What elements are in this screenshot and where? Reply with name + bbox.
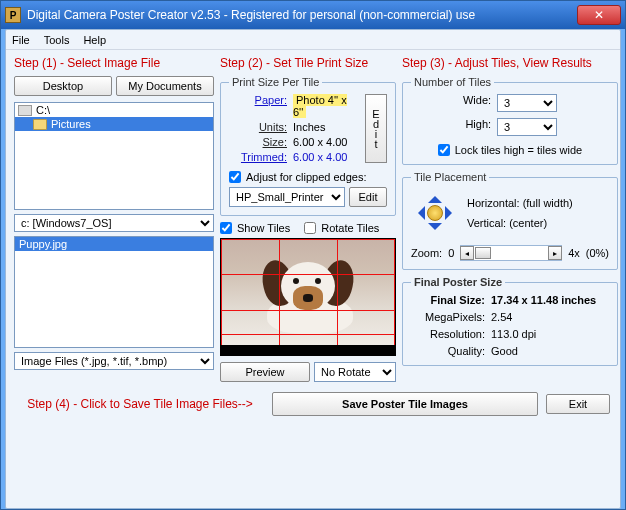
paper-value: Photo 4'' x 6'' [293,94,347,118]
vert-label: Vertical: [467,217,506,229]
trimmed-value: 6.00 x 4.00 [287,151,359,163]
step2-panel: Step (2) - Set Tile Print Size Print Siz… [220,56,396,382]
rotate-combo[interactable]: No Rotate [314,362,396,382]
mydocs-button[interactable]: My Documents [116,76,214,96]
final-size-label: Final Size: [411,294,491,306]
direction-pad [411,189,459,237]
units-label: Units: [229,121,287,133]
menu-file[interactable]: File [12,34,30,46]
resolution-value: 113.0 dpi [491,328,609,340]
drive-icon [18,105,32,116]
num-tiles-legend: Number of Tiles [411,76,494,88]
resolution-label: Resolution: [411,328,491,340]
zoom-right-arrow[interactable]: ▸ [548,246,562,260]
drive-combo[interactable]: c: [Windows7_OS] [14,214,214,232]
tiles-wide-combo[interactable]: 3 [497,94,557,112]
print-size-group: Print Size Per Tile Paper:Photo 4'' x 6'… [220,76,396,216]
show-tiles-checkbox[interactable] [220,222,232,234]
final-size-group: Final Poster Size Final Size:17.34 x 11.… [402,276,618,366]
titlebar: P Digital Camera Poster Creator v2.53 - … [1,1,625,29]
close-button[interactable]: ✕ [577,5,621,25]
lock-tiles-label: Lock tiles high = tiles wide [455,144,582,156]
zoom-min: 0 [448,247,454,259]
arrow-right-icon[interactable] [445,206,459,220]
paper-label[interactable]: Paper: [229,94,287,118]
image-preview [220,238,396,356]
zoom-left-arrow[interactable]: ◂ [460,246,474,260]
tile-grid-overlay [221,239,395,345]
horiz-value: (full width) [523,197,573,209]
menubar: File Tools Help [6,30,620,50]
exit-button[interactable]: Exit [546,394,610,414]
tile-placement-group: Tile Placement Horizontal: (full width) … [402,171,618,270]
megapixels-value: 2.54 [491,311,609,323]
folder-icon [33,119,47,130]
adjust-clipped-checkbox[interactable] [229,171,241,183]
desktop-button[interactable]: Desktop [14,76,112,96]
size-label: Size: [229,136,287,148]
file-item-selected[interactable]: Puppy.jpg [15,237,213,251]
menu-tools[interactable]: Tools [44,34,70,46]
tree-folder-pictures[interactable]: Pictures [51,118,91,130]
print-size-legend: Print Size Per Tile [229,76,322,88]
arrow-down-icon[interactable] [428,223,442,237]
tiles-high-label: High: [463,118,491,136]
zoom-label: Zoom: [411,247,442,259]
units-value: Inches [287,121,359,133]
file-list[interactable]: Puppy.jpg [14,236,214,348]
tiles-wide-label: Wide: [463,94,491,112]
vert-value: (center) [509,217,547,229]
num-tiles-group: Number of Tiles Wide: 3 High: 3 Lock til… [402,76,618,165]
save-poster-button[interactable]: Save Poster Tile Images [272,392,538,416]
tile-placement-legend: Tile Placement [411,171,489,183]
window-title: Digital Camera Poster Creator v2.53 - Re… [27,8,577,22]
tiles-high-combo[interactable]: 3 [497,118,557,136]
step4-hint: Step (4) - Click to Save Tile Image File… [16,397,264,411]
step2-header: Step (2) - Set Tile Print Size [220,56,396,70]
printer-combo[interactable]: HP_Small_Printer [229,187,345,207]
quality-value: Good [491,345,609,357]
app-icon: P [5,7,21,23]
step1-panel: Step (1) - Select Image File Desktop My … [14,56,214,382]
quality-label: Quality: [411,345,491,357]
zoom-pct: (0%) [586,247,609,259]
menu-help[interactable]: Help [83,34,106,46]
lock-tiles-checkbox[interactable] [438,144,450,156]
file-filter-combo[interactable]: Image Files (*.jpg, *.tif, *.bmp) [14,352,214,370]
zoom-slider[interactable]: ◂ ▸ [460,245,562,261]
step1-header: Step (1) - Select Image File [14,56,214,70]
zoom-thumb[interactable] [475,247,491,259]
edit-printer-button[interactable]: Edit [349,187,387,207]
step3-header: Step (3) - Adjust Tiles, View Results [402,56,618,70]
rotate-tiles-label: Rotate Tiles [321,222,379,234]
trimmed-label[interactable]: Trimmed: [229,151,287,163]
final-size-value: 17.34 x 11.48 inches [491,294,609,306]
final-size-legend: Final Poster Size [411,276,505,288]
folder-tree[interactable]: C:\ Pictures [14,102,214,210]
adjust-clipped-label: Adjust for clipped edges: [246,171,366,183]
step3-panel: Step (3) - Adjust Tiles, View Results Nu… [402,56,618,382]
show-tiles-label: Show Tiles [237,222,290,234]
arrow-up-icon[interactable] [428,189,442,203]
zoom-max: 4x [568,247,580,259]
size-value: 6.00 x 4.00 [287,136,359,148]
center-button[interactable] [427,205,443,221]
preview-button[interactable]: Preview [220,362,310,382]
tree-drive-c[interactable]: C:\ [36,104,50,116]
edit-print-size-button[interactable]: Edit [365,94,387,163]
horiz-label: Horizontal: [467,197,520,209]
megapixels-label: MegaPixels: [411,311,491,323]
arrow-left-icon[interactable] [411,206,425,220]
rotate-tiles-checkbox[interactable] [304,222,316,234]
